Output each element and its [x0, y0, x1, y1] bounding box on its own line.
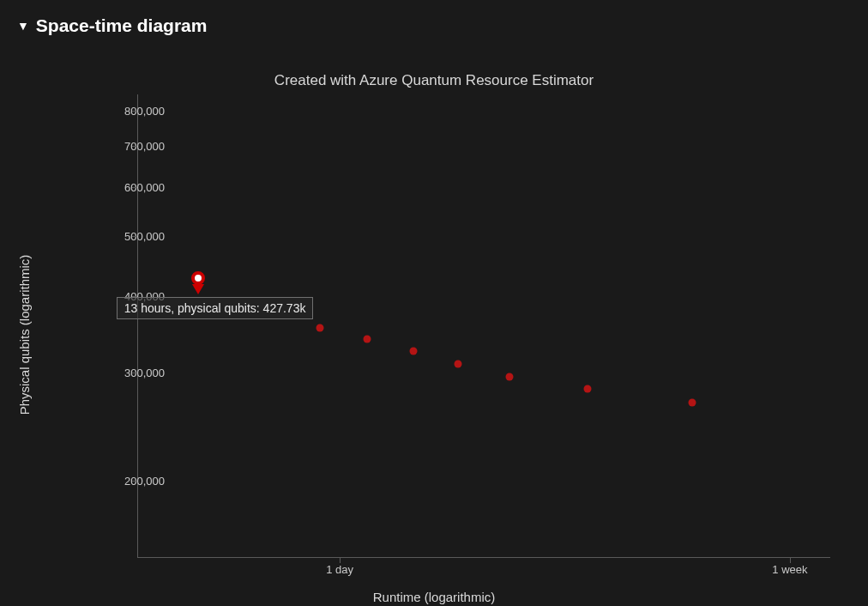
data-point[interactable] [454, 361, 461, 368]
y-tick-label: 800,000 [124, 104, 165, 117]
y-tick-mark [132, 111, 137, 112]
y-tick-mark [132, 146, 137, 147]
data-point[interactable] [410, 348, 418, 355]
chart-title: Created with Azure Quantum Resource Esti… [274, 72, 594, 89]
y-tick-mark [132, 373, 137, 373]
x-tick-label: 1 week [772, 563, 807, 576]
y-tick-label: 600,000 [124, 181, 165, 194]
y-tick-mark [132, 296, 137, 297]
chevron-down-icon: ▼ [17, 19, 29, 33]
data-point[interactable] [583, 385, 591, 393]
y-tick-mark [132, 187, 137, 188]
chart-container: Created with Azure Quantum Resource Esti… [0, 45, 868, 594]
x-tick-mark [790, 558, 791, 563]
data-point[interactable] [316, 324, 323, 331]
y-tick-mark [132, 481, 137, 482]
data-point[interactable] [688, 399, 696, 407]
y-tick-label: 700,000 [124, 140, 165, 153]
data-point[interactable] [506, 373, 514, 381]
x-axis-label: Runtime (logarithmic) [373, 590, 496, 604]
y-tick-label: 200,000 [124, 475, 165, 488]
y-tick-label: 300,000 [124, 367, 165, 379]
data-point[interactable] [191, 271, 205, 285]
highlight-marker-tail [192, 284, 204, 294]
x-tick-label: 1 day [326, 563, 353, 576]
y-tick-label: 400,000 [124, 289, 165, 302]
plot-area[interactable] [137, 94, 830, 558]
y-tick-mark [132, 236, 137, 237]
data-point[interactable] [363, 336, 371, 343]
x-tick-mark [340, 558, 341, 563]
y-tick-label: 500,000 [124, 230, 165, 243]
y-axis-label: Physical qubits (logarithmic) [17, 255, 32, 415]
section-header[interactable]: ▼ Space-time diagram [0, 0, 868, 45]
section-title: Space-time diagram [36, 15, 208, 36]
